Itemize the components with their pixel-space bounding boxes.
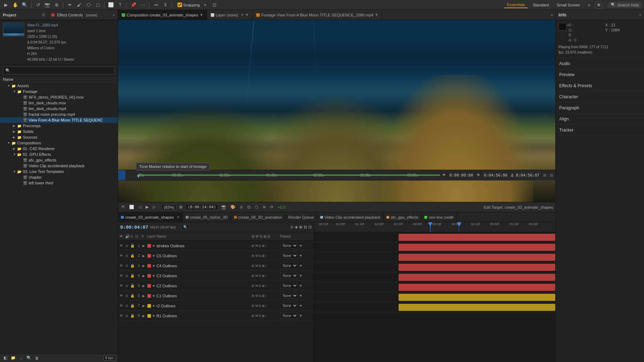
track-row-5[interactable] [314,272,555,282]
sw-motion-7[interactable]: ⊞ [252,304,254,308]
sw-fx-6[interactable]: fx [259,294,261,298]
tree-footage[interactable]: ▼ 📁 Footage [0,89,118,94]
comp-tab-3d-animation[interactable]: create_08_3D_animation [231,212,286,222]
layer-star-8[interactable]: ★ [152,314,155,318]
track-bar-7[interactable] [399,294,555,301]
sw-lock2-5[interactable]: ⊠ [262,284,265,288]
sw-guide-2[interactable]: / [265,254,267,258]
layer-expand-4[interactable]: ▶ [142,274,147,278]
project-menu-icon[interactable]: ☰ [42,13,45,17]
brush-tool[interactable]: 🖌 [75,1,83,9]
layer-solo-8[interactable]: ⊙ [125,314,130,318]
layer-visibility-8[interactable]: 👁 [119,314,125,318]
character-section[interactable]: Character [556,91,644,103]
comp-tab-animate-shapes[interactable]: create_03_animate_shapes ✕ [118,212,183,222]
import-btn[interactable]: ↓ [18,355,24,361]
rotate-tool[interactable]: ↺ [34,1,42,9]
comp-tab-one-line[interactable]: one line credit [421,212,457,222]
tree-video-clip[interactable]: 🎬 Video Clip accelerated playback [0,163,118,169]
layer-props-btn[interactable]: ⊟ [304,225,307,229]
sw-guide-4[interactable]: / [265,274,267,278]
sw-motion-4[interactable]: ⊞ [252,274,254,278]
sw-lock2-7[interactable]: ⊠ [262,304,265,308]
viewer-render-btn[interactable]: ⬜ [128,205,136,209]
layer-row-5[interactable]: 👁 ⊙ 🔒 5 ▶ ★ C2 Outlines ⊞ ⚒ fx ⊠ / None … [118,281,314,291]
tab-footage[interactable]: Footage View From A Blue Moon TITLE SEQU… [253,10,382,20]
track-bar-3[interactable] [399,254,555,261]
viewer-options[interactable]: » [548,10,555,20]
layer-row-3[interactable]: 👁 ⊙ 🔒 3 ▶ ★ C4 Outlines ⊞ ⚒ fx ⊠ / None … [118,261,314,271]
sw-effect-3[interactable]: ⚒ [255,264,258,268]
solo-switches-btn[interactable]: ⊞ [299,225,302,229]
tree-sources[interactable]: ▶ 📁 Sources [0,134,118,140]
layer-row-4[interactable]: 👁 ⊙ 🔒 4 ▶ ★ C3 Outlines ⊞ ⚒ fx ⊠ / None … [118,271,314,281]
keyframe-mode-btn[interactable]: ◈ [295,225,298,229]
layer-solo-5[interactable]: ⊙ [125,284,130,288]
tree-file-afx[interactable]: 🎬 AFX_demo_PRORES_HQ.mov [0,94,118,100]
track-bar-1[interactable] [399,234,555,241]
comp-tab-stylize[interactable]: create_05_stylize_3D [183,212,231,222]
preview-quality[interactable]: ⊡ [246,205,252,209]
layer-solo-1[interactable]: ⊙ [125,244,130,248]
exposure-btn[interactable]: ⊙ [238,205,244,209]
track-row-8[interactable] [314,302,555,312]
layer-solo-6[interactable]: ⊙ [125,294,130,298]
tree-compositions[interactable]: ▼ 📁 Compositions [0,140,118,146]
layer-lock-4[interactable]: 🔒 [130,274,135,278]
hand-tool[interactable]: ✋ [11,1,19,9]
tab-comp-menu[interactable]: ▼ [200,13,203,17]
project-search-input[interactable] [3,66,115,74]
sw-fx-1[interactable]: fx [259,244,261,248]
layer-lock-8[interactable]: 🔒 [130,314,135,318]
pin-tool[interactable]: 📌 [130,1,137,9]
workspace-small-screen[interactable]: Small Screen [554,2,583,8]
snap-option1[interactable]: ⌖ [201,1,209,9]
tree-file-fractal[interactable]: 🎬 fractal noise precomp.mp4 [0,111,118,117]
tab-layer[interactable]: Layer (none) ✕ ▼ [207,10,253,20]
new-folder-btn[interactable]: 📁 [10,355,16,361]
sw-fx-4[interactable]: fx [259,274,261,278]
layer-visibility-1[interactable]: 👁 [119,244,125,248]
orbit-tool[interactable]: ⊕ [53,1,60,9]
tab-layer-close[interactable]: ✕ [241,13,244,17]
sw-guide-7[interactable]: / [265,304,267,308]
layer-visibility-4[interactable]: 👁 [119,274,125,278]
layer-expand-1[interactable]: ▶ [142,244,147,248]
tree-file-bm2[interactable]: 🎬 bm_dark_clouds.mp4 [0,106,118,111]
track-row-1[interactable] [314,232,555,242]
camera-tool[interactable]: 📷 [43,1,51,9]
pen-tool[interactable]: ✒ [66,1,74,9]
sw-fx-5[interactable]: fx [259,284,261,288]
find-btn[interactable]: 🔍 [26,355,32,361]
sw-fx-7[interactable]: fx [259,304,261,308]
paragraph-section[interactable]: Paragraph [556,103,644,114]
tree-file-bm1[interactable]: 🎬 bm_dark_clouds.mov [0,100,118,106]
sw-guide-5[interactable]: / [265,284,267,288]
composition-viewer[interactable]: 00s 00:30s 01:00s 01:30s 02:00s 02:30s 0… [118,20,555,202]
workspace-standard[interactable]: Standard [530,2,552,8]
layer-row-8[interactable]: 👁 ⊙ 🔒 8 ▶ ★ R1 Outlines ⊞ ⚒ fx ⊠ / None … [118,311,314,321]
fast-preview[interactable]: ⟳ [269,205,275,209]
layer-visibility-5[interactable]: 👁 [119,284,125,288]
comp-tab-render-queue[interactable]: Render Queue [285,212,317,222]
sw-motion-8[interactable]: ⊞ [252,314,254,318]
layer-expand-3[interactable]: ▶ [142,264,147,268]
new-composition-btn[interactable]: ◧ [2,355,9,361]
layer-expand-5[interactable]: ▶ [142,284,147,288]
tree-solids[interactable]: ▶ 📁 Solids [0,129,118,134]
parent-select-3[interactable]: None [280,263,298,269]
tab-layer-menu[interactable]: ▼ [245,13,249,17]
align-section[interactable]: Align [556,114,644,125]
snap-option2[interactable]: ⊡ [211,1,219,9]
show-channel-btn[interactable]: 🎨 [229,205,237,209]
track-bar-2[interactable] [399,244,555,251]
puppet-tool[interactable]: ⋯ [139,1,147,9]
layer-copy-btn[interactable]: ⊡ [308,225,312,229]
timecode-display[interactable]: (0:00:14:04) [185,204,218,210]
layer-lock-1[interactable]: 🔒 [130,244,135,248]
align-btn[interactable]: ⇔ [152,1,160,9]
parent-select-2[interactable]: None [280,253,298,259]
track-bar-4[interactable] [399,264,555,271]
sw-guide-8[interactable]: / [265,314,267,318]
comp-tab-close-0[interactable]: ✕ [177,215,180,219]
